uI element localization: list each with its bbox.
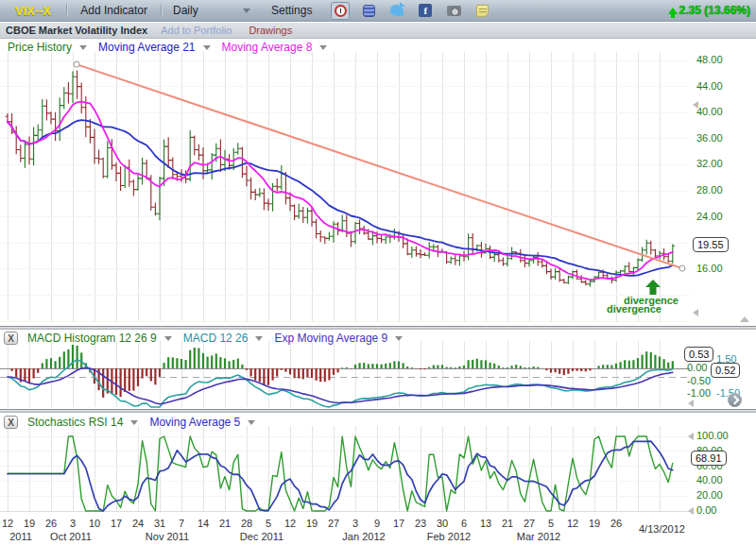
x-axis-month-label: Jan 2012 xyxy=(342,531,385,542)
price-change-badge: 2.35 (13.66%) xyxy=(668,4,750,17)
x-axis-week-label: 7 xyxy=(179,518,184,529)
symbol-info-bar: CBOE Market Volatility Index Add to Port… xyxy=(0,23,756,39)
macd-axis-label: 0.00 xyxy=(687,362,707,373)
chevron-down-icon[interactable] xyxy=(164,336,172,341)
chevron-down-icon[interactable] xyxy=(255,336,263,341)
macd-panel: X MACD Histogram 12 26 9 MACD 12 26 Exp … xyxy=(0,330,756,409)
ma8-dropdown[interactable]: Moving Average 8 xyxy=(222,41,313,54)
add-indicator-button[interactable]: Add Indicator xyxy=(80,4,147,17)
twitter-share-button[interactable] xyxy=(387,2,406,20)
chevron-down-icon[interactable] xyxy=(248,420,255,425)
x-axis-week-label: 19 xyxy=(306,518,318,529)
toolbar-divider xyxy=(66,4,67,17)
x-axis-week-label: 17 xyxy=(111,518,122,529)
symbol-label[interactable]: VIX--X xyxy=(15,4,51,18)
stoch-rsi-dropdown[interactable]: Stochastics RSI 14 xyxy=(27,416,123,429)
x-axis-week-label: 17 xyxy=(393,518,404,529)
macd-axis-label: -1.00 xyxy=(687,387,711,399)
chevron-down-icon[interactable] xyxy=(79,45,87,50)
x-axis-week-label: 21 xyxy=(219,518,231,529)
axis-expand-button[interactable] xyxy=(728,393,742,407)
timeframe-value: Daily xyxy=(173,4,198,17)
macd-value-box: 0.53 xyxy=(684,347,713,362)
last-price-box: 19.55 xyxy=(693,237,729,252)
x-axis-week-label: 19 xyxy=(24,518,35,529)
drawings-link[interactable]: Drawings xyxy=(249,25,292,36)
x-axis-week-label: 3 xyxy=(70,518,76,529)
coins-icon xyxy=(363,5,375,17)
twitter-icon xyxy=(390,5,404,16)
x-axis-week-label: 5 xyxy=(548,518,554,529)
stochastics-panel: X Stochastics RSI 14 Moving Average 5 10… xyxy=(0,413,756,515)
price-axis-label: 44.00 xyxy=(696,80,723,92)
notes-button[interactable] xyxy=(472,2,491,20)
date-axis: 4/13/2012 121926310172431714212851219273… xyxy=(0,515,756,545)
x-axis-week-label: 27 xyxy=(328,518,339,529)
symbol-description: CBOE Market Volatility Index xyxy=(6,25,147,36)
macd-histogram-dropdown[interactable]: MACD Histogram 12 26 9 xyxy=(27,332,157,345)
snapshot-button[interactable] xyxy=(444,2,463,20)
x-axis-week-label: 14 xyxy=(198,518,209,529)
macd-dropdown[interactable]: MACD 12 26 xyxy=(183,332,249,345)
x-axis-week-label: 26 xyxy=(610,518,622,529)
timeframe-dropdown[interactable]: Daily xyxy=(173,4,250,17)
up-arrow-icon xyxy=(668,8,678,14)
x-axis-month-label: Mar 2012 xyxy=(517,531,560,542)
price-axis-label: 36.00 xyxy=(696,132,723,144)
price-axis-label: 28.00 xyxy=(696,184,723,196)
change-value: 2.35 (13.66%) xyxy=(679,4,750,17)
x-axis-week-label: 9 xyxy=(374,518,380,529)
data-button[interactable] xyxy=(359,2,378,20)
macd-panel-header: X MACD Histogram 12 26 9 MACD 12 26 Exp … xyxy=(4,332,414,345)
x-axis-week-label: 12 xyxy=(567,518,578,529)
axis-scroll-left-icon[interactable] xyxy=(688,433,694,440)
ema9-dropdown[interactable]: Exp Moving Average 9 xyxy=(274,332,387,345)
x-axis-week-label: 28 xyxy=(241,518,252,529)
chevron-down-icon[interactable] xyxy=(319,45,327,50)
x-axis-week-label: 3 xyxy=(352,518,358,529)
price-axis-label: 40.00 xyxy=(696,106,723,117)
price-axis-label: 32.00 xyxy=(696,158,723,169)
x-axis-month-label: Oct 2011 xyxy=(50,531,92,542)
x-axis-month-label: Dec 2011 xyxy=(240,531,284,542)
end-date-label: 4/13/2012 xyxy=(639,523,685,535)
stoch-axis-label: 20.00 xyxy=(696,489,723,501)
x-axis-week-label: 21 xyxy=(502,518,513,529)
stoch-ma-dropdown[interactable]: Moving Average 5 xyxy=(149,416,240,429)
facebook-share-button[interactable] xyxy=(416,2,435,20)
chevron-down-icon xyxy=(243,9,250,13)
x-axis-month-label: Nov 2011 xyxy=(146,531,189,542)
axis-scroll-left-icon[interactable] xyxy=(693,309,698,316)
x-axis-month-label: Feb 2012 xyxy=(427,531,471,542)
charting-app-window: VIX--X Add Indicator Daily Settings 2.35… xyxy=(0,0,756,545)
x-axis-week-label: 5 xyxy=(266,518,271,529)
axis-scroll-up-icon[interactable] xyxy=(740,316,749,322)
x-axis-week-label: 12 xyxy=(2,518,13,529)
x-axis-week-label: 26 xyxy=(45,518,57,529)
price-axis-label: 48.00 xyxy=(696,54,723,65)
settings-button[interactable]: Settings xyxy=(271,4,312,17)
axis-scroll-left-icon[interactable] xyxy=(688,507,694,515)
axis-scroll-left-icon[interactable] xyxy=(688,400,694,407)
stoch-value-box: 68.91 xyxy=(691,451,727,466)
main-toolbar: VIX--X Add Indicator Daily Settings 2.35… xyxy=(0,0,756,22)
divergence-annotation: divergence xyxy=(586,303,662,315)
x-axis-week-label: 23 xyxy=(415,518,426,529)
macd-value-box: 0.52 xyxy=(711,363,740,378)
axis-scroll-left-icon[interactable] xyxy=(693,101,698,109)
price-history-dropdown[interactable]: Price History xyxy=(8,41,72,54)
close-panel-button[interactable]: X xyxy=(4,416,18,429)
ma21-dropdown[interactable]: Moving Average 21 xyxy=(98,41,196,54)
x-axis-week-label: 31 xyxy=(154,518,165,529)
alarm-clock-icon xyxy=(335,5,347,17)
x-axis-week-label: 6 xyxy=(461,518,467,529)
x-axis-month-label: 2011 xyxy=(9,531,32,542)
chevron-down-icon[interactable] xyxy=(395,336,403,341)
chevron-down-icon[interactable] xyxy=(203,45,211,50)
add-to-portfolio-link[interactable]: Add to Portfolio xyxy=(161,25,232,36)
chevron-down-icon[interactable] xyxy=(130,420,138,425)
notes-icon xyxy=(476,5,489,17)
alerts-button[interactable] xyxy=(331,2,350,20)
close-panel-button[interactable]: X xyxy=(4,332,18,345)
price-chart-canvas[interactable] xyxy=(0,39,690,326)
